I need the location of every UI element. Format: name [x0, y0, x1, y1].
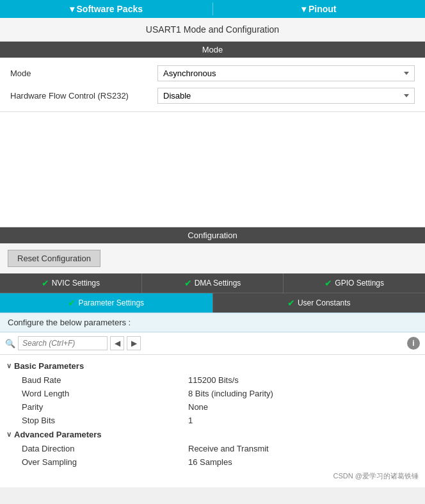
- basic-params-group-header[interactable]: ∨ Basic Parameters: [0, 359, 425, 373]
- configure-text: Configure the below parameters :: [0, 313, 425, 332]
- tabs-row1: ✔ NVIC Settings ✔ DMA Settings ✔ GPIO Se…: [0, 273, 425, 293]
- search-icon: 🔍: [5, 339, 15, 348]
- table-row: Word Length 8 Bits (including Parity): [0, 387, 425, 400]
- pinout-label: Pinout: [309, 4, 337, 14]
- prev-arrow-icon: ◀: [115, 339, 120, 348]
- table-row: Parity None: [0, 400, 425, 414]
- nvic-settings-tab[interactable]: ✔ NVIC Settings: [0, 273, 142, 293]
- word-length-value: 8 Bits (including Parity): [188, 389, 273, 398]
- hardware-flow-label: Hardware Flow Control (RS232): [10, 91, 157, 101]
- parameter-settings-tab[interactable]: ✔ Parameter Settings: [0, 293, 213, 313]
- dma-settings-tab[interactable]: ✔ DMA Settings: [142, 273, 284, 293]
- search-bar: 🔍 ◀ ▶ i: [0, 332, 425, 355]
- advanced-params-group-label: Advanced Parameters: [14, 430, 102, 439]
- mode-row: Mode Asynchronous Synchronous Disable: [10, 65, 415, 81]
- advanced-params-group-header[interactable]: ∨ Advanced Parameters: [0, 427, 425, 442]
- gpio-settings-tab[interactable]: ✔ GPIO Settings: [284, 273, 425, 293]
- advanced-params-toggle-icon: ∨: [6, 430, 12, 439]
- basic-params-toggle-icon: ∨: [6, 362, 12, 370]
- user-constants-tab[interactable]: ✔ User Constants: [213, 293, 426, 313]
- watermark: CSDN @爱学习的诸葛铁锤: [0, 469, 425, 484]
- search-input[interactable]: [18, 336, 108, 350]
- over-sampling-label: Over Sampling: [22, 457, 188, 467]
- mode-section: Mode Asynchronous Synchronous Disable Ha…: [0, 58, 425, 112]
- table-row: Data Direction Receive and Transmit: [0, 442, 425, 455]
- page-title: USART1 Mode and Configuration: [0, 18, 425, 42]
- gpio-check-icon: ✔: [325, 278, 332, 288]
- empty-space: [0, 112, 425, 227]
- software-packs-tab[interactable]: ▾ Software Packs: [0, 4, 212, 14]
- user-constants-label: User Constants: [298, 298, 351, 307]
- software-packs-chevron: ▾: [70, 4, 74, 14]
- basic-params-group-label: Basic Parameters: [14, 361, 84, 371]
- software-packs-label: Software Packs: [77, 4, 143, 14]
- param-check-icon: ✔: [68, 298, 76, 308]
- reset-btn-area: Reset Configuration: [0, 243, 425, 273]
- top-bar: ▾ Software Packs ▾ Pinout: [0, 0, 425, 18]
- mode-select[interactable]: Asynchronous Synchronous Disable: [157, 65, 415, 81]
- next-arrow-icon: ▶: [131, 339, 137, 348]
- word-length-label: Word Length: [22, 389, 188, 398]
- parameter-settings-label: Parameter Settings: [78, 298, 144, 307]
- parity-value: None: [188, 402, 208, 412]
- over-sampling-value: 16 Samples: [188, 457, 232, 467]
- prev-nav-button[interactable]: ◀: [110, 336, 124, 350]
- data-direction-value: Receive and Transmit: [188, 444, 269, 453]
- pinout-chevron: ▾: [301, 4, 306, 14]
- parity-label: Parity: [22, 402, 188, 412]
- info-button[interactable]: i: [407, 337, 420, 350]
- nvic-settings-label: NVIC Settings: [52, 279, 100, 288]
- table-row: Baud Rate 115200 Bits/s: [0, 373, 425, 387]
- stop-bits-label: Stop Bits: [22, 416, 188, 425]
- params-area: ∨ Basic Parameters Baud Rate 115200 Bits…: [0, 355, 425, 487]
- baud-rate-label: Baud Rate: [22, 375, 188, 385]
- hardware-flow-select[interactable]: Disable Enable: [157, 88, 415, 104]
- reset-configuration-button[interactable]: Reset Configuration: [8, 250, 100, 267]
- data-direction-label: Data Direction: [22, 444, 188, 453]
- user-const-check-icon: ✔: [287, 298, 295, 308]
- next-nav-button[interactable]: ▶: [127, 336, 141, 350]
- baud-rate-value: 115200 Bits/s: [188, 375, 239, 385]
- config-section-header: Configuration: [0, 227, 425, 243]
- nvic-check-icon: ✔: [42, 278, 49, 288]
- mode-label: Mode: [10, 69, 157, 78]
- mode-section-header: Mode: [0, 42, 425, 58]
- info-icon: i: [412, 339, 414, 348]
- stop-bits-value: 1: [188, 416, 193, 425]
- tabs-row2: ✔ Parameter Settings ✔ User Constants: [0, 293, 425, 313]
- table-row: Over Sampling 16 Samples: [0, 455, 425, 469]
- dma-check-icon: ✔: [184, 278, 192, 288]
- pinout-tab[interactable]: ▾ Pinout: [213, 4, 426, 14]
- hardware-flow-row: Hardware Flow Control (RS232) Disable En…: [10, 88, 415, 104]
- dma-settings-label: DMA Settings: [195, 279, 241, 288]
- table-row: Stop Bits 1: [0, 414, 425, 427]
- config-area: Configuration Reset Configuration ✔ NVIC…: [0, 227, 425, 487]
- gpio-settings-label: GPIO Settings: [335, 279, 384, 288]
